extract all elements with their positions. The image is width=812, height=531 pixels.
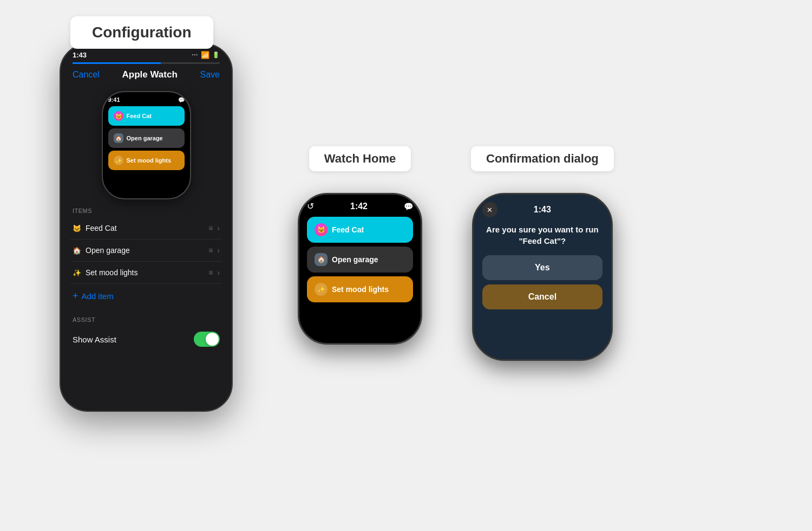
watch-home-open-garage-button[interactable]: 🏠 Open garage bbox=[307, 247, 413, 273]
watch-preview-container: 9:41 💬 🐱 Feed Cat 🏠 Open garage bbox=[61, 86, 232, 208]
mood-lights-icon: ✨ bbox=[73, 269, 81, 277]
watch-screen-inner: 9:41 💬 🐱 Feed Cat 🏠 Open garage bbox=[103, 92, 190, 198]
watch-home-section: Watch Home ↺ 1:42 💬 🐱 Feed Cat 🏠 Open ga… bbox=[298, 146, 422, 345]
watch-home-mood-lights-label: Set mood lights bbox=[332, 285, 389, 294]
watch-home-screen: ↺ 1:42 💬 🐱 Feed Cat 🏠 Open garage ✨ bbox=[299, 195, 421, 343]
confirmation-status-bar: ✕ 1:43 bbox=[482, 202, 603, 217]
iphone-time: 1:43 bbox=[73, 51, 87, 59]
confirm-cancel-button[interactable]: Cancel bbox=[482, 284, 603, 309]
list-item[interactable]: 🏠 Open garage ≡ › bbox=[70, 239, 222, 262]
preview-garage-icon: 🏠 bbox=[114, 133, 123, 143]
chat-icon: 💬 bbox=[404, 202, 413, 211]
watch-preview-time: 9:41 bbox=[108, 96, 120, 103]
confirmation-section: Confirmation dialog ✕ 1:43 Are you sure … bbox=[471, 146, 614, 361]
drag-handle-icon[interactable]: ≡ bbox=[208, 246, 213, 255]
battery-icon: 🔋 bbox=[212, 51, 220, 59]
confirmation-title-bubble: Confirmation dialog bbox=[471, 146, 614, 182]
save-button[interactable]: Save bbox=[200, 70, 220, 80]
chevron-right-icon: › bbox=[217, 268, 220, 277]
watch-home-title-bubble: Watch Home bbox=[298, 146, 422, 182]
preview-open-garage-label: Open garage bbox=[127, 135, 163, 141]
dots-icon: ··· bbox=[192, 52, 198, 58]
watch-preview-chat-icon: 💬 bbox=[178, 97, 185, 103]
show-assist-label: Show Assist bbox=[73, 335, 116, 344]
yes-button[interactable]: Yes bbox=[482, 255, 603, 280]
assist-section-label: ASSIST bbox=[70, 316, 222, 323]
watch-home-cat-icon: 🐱 bbox=[315, 223, 328, 236]
close-button[interactable]: ✕ bbox=[482, 202, 497, 217]
confirmation-dialog-mockup: ✕ 1:43 Are you sure you want to run "Fee… bbox=[472, 193, 613, 361]
chevron-right-icon: › bbox=[217, 224, 220, 232]
list-item[interactable]: 🐱 Feed Cat ≡ › bbox=[70, 217, 222, 239]
garage-icon: 🏠 bbox=[73, 247, 81, 255]
drag-handle-icon[interactable]: ≡ bbox=[208, 268, 213, 277]
preview-feed-cat-button: 🐱 Feed Cat bbox=[108, 106, 185, 126]
watch-home-garage-icon: 🏠 bbox=[315, 253, 328, 266]
list-item[interactable]: ✨ Set mood lights ≡ › bbox=[70, 262, 222, 284]
open-garage-controls: ≡ › bbox=[208, 246, 220, 255]
preview-feed-cat-label: Feed Cat bbox=[127, 113, 152, 119]
feed-cat-controls: ≡ › bbox=[208, 224, 220, 232]
mood-lights-controls: ≡ › bbox=[208, 268, 220, 277]
preview-open-garage-button: 🏠 Open garage bbox=[108, 128, 185, 148]
show-assist-toggle[interactable] bbox=[194, 332, 220, 347]
x-icon: ✕ bbox=[487, 206, 493, 214]
watch-home-status-bar: ↺ 1:42 💬 bbox=[307, 201, 413, 211]
show-assist-row: Show Assist bbox=[70, 326, 222, 352]
iphone-body: 1:43 ··· 📶 🔋 Cancel Apple Watch Save bbox=[60, 43, 233, 412]
refresh-icon: ↺ bbox=[307, 201, 314, 211]
confirmation-question: Are you sure you want to run "Feed Cat"? bbox=[482, 224, 603, 247]
confirmation-title: Confirmation dialog bbox=[471, 146, 614, 171]
add-item-label: Add item bbox=[82, 292, 114, 301]
feed-cat-icon: 🐱 bbox=[73, 224, 81, 232]
preview-mood-lights-button: ✨ Set mood lights bbox=[108, 151, 185, 170]
feed-cat-label: Feed Cat bbox=[86, 224, 208, 232]
watch-home-feed-cat-button[interactable]: 🐱 Feed Cat bbox=[307, 217, 413, 243]
watch-preview-status: 9:41 💬 bbox=[108, 96, 185, 103]
preview-mood-lights-label: Set mood lights bbox=[127, 157, 172, 164]
mood-lights-label: Set mood lights bbox=[86, 268, 208, 277]
items-section-label: ITEMS bbox=[70, 208, 222, 214]
iphone-mockup: 1:43 ··· 📶 🔋 Cancel Apple Watch Save bbox=[60, 43, 233, 423]
wifi-icon: 📶 bbox=[201, 51, 209, 59]
configuration-title: Configuration bbox=[70, 16, 213, 49]
plus-icon: + bbox=[73, 290, 78, 302]
assist-section: ASSIST Show Assist bbox=[61, 308, 232, 352]
preview-cat-icon: 🐱 bbox=[114, 111, 123, 121]
confirmation-screen: ✕ 1:43 Are you sure you want to run "Fee… bbox=[474, 195, 611, 359]
cancel-button[interactable]: Cancel bbox=[73, 70, 100, 80]
items-section: ITEMS 🐱 Feed Cat ≡ › 🏠 Open garage ≡ bbox=[61, 208, 232, 308]
drag-handle-icon[interactable]: ≡ bbox=[208, 224, 213, 232]
status-icons: ··· 📶 🔋 bbox=[192, 51, 220, 59]
watch-home-open-garage-label: Open garage bbox=[332, 255, 378, 264]
watch-preview: 9:41 💬 🐱 Feed Cat 🏠 Open garage bbox=[102, 91, 191, 199]
watch-home-mood-lights-button[interactable]: ✨ Set mood lights bbox=[307, 276, 413, 302]
add-item-button[interactable]: + Add item bbox=[70, 284, 222, 308]
nav-title: Apple Watch bbox=[122, 69, 178, 80]
watch-home-title: Watch Home bbox=[309, 146, 411, 171]
watch-home-mood-icon: ✨ bbox=[315, 283, 328, 296]
open-garage-label: Open garage bbox=[86, 246, 208, 255]
iphone-screen: 1:43 ··· 📶 🔋 Cancel Apple Watch Save bbox=[61, 44, 232, 411]
confirmation-time: 1:43 bbox=[534, 205, 551, 215]
chevron-right-icon: › bbox=[217, 246, 220, 255]
watch-home-mockup: ↺ 1:42 💬 🐱 Feed Cat 🏠 Open garage ✨ bbox=[298, 193, 422, 345]
watch-home-feed-cat-label: Feed Cat bbox=[332, 225, 364, 234]
preview-mood-icon: ✨ bbox=[114, 156, 123, 165]
watch-home-time: 1:42 bbox=[350, 202, 368, 211]
nav-bar: Cancel Apple Watch Save bbox=[61, 64, 232, 86]
